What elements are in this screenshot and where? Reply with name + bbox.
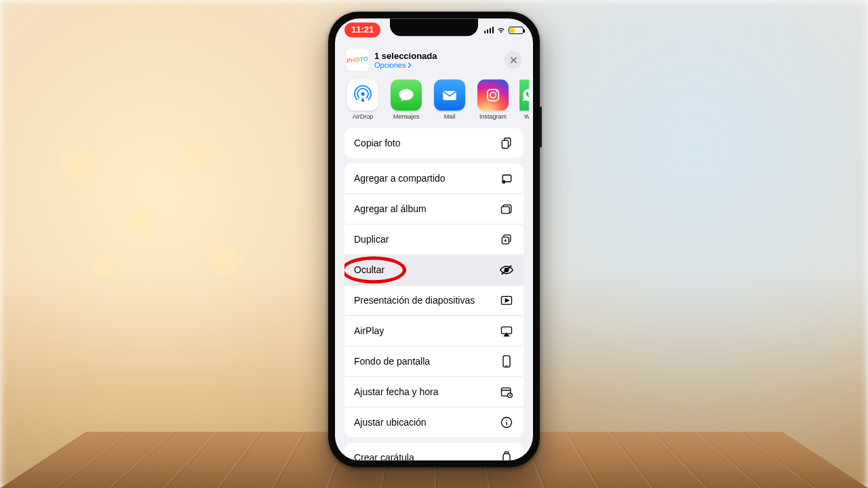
action-add-to-shared[interactable]: Agregar a compartido — [344, 163, 524, 194]
bokeh-light — [203, 237, 248, 281]
iphone-icon — [499, 354, 514, 369]
status-indicators — [484, 26, 524, 34]
eye-slash-icon — [499, 262, 514, 277]
action-label: Fondo de pantalla — [354, 356, 430, 367]
action-label: Ocultar — [354, 264, 384, 275]
action-label: Crear carátula — [354, 452, 414, 460]
airplay-icon — [499, 323, 514, 338]
svg-point-4 — [496, 91, 497, 92]
chevron-right-icon — [407, 62, 412, 68]
whatsapp-icon — [519, 79, 529, 110]
calendar-clock-icon — [499, 384, 514, 399]
duplicate-icon — [499, 232, 514, 247]
action-copy-photo[interactable]: Copiar foto — [344, 128, 524, 158]
info-icon — [499, 415, 514, 430]
action-wallpaper[interactable]: Fondo de pantalla — [344, 346, 524, 377]
share-app-row[interactable]: AirDrop Mensajes Mail — [339, 77, 529, 123]
watch-icon — [499, 450, 514, 460]
action-label: Duplicar — [354, 234, 389, 245]
action-group-1: Copiar foto — [344, 128, 524, 158]
share-app-instagram[interactable]: Instagram — [476, 79, 510, 120]
share-app-whatsapp[interactable]: Wh — [519, 79, 529, 120]
action-groups: Copiar foto Agregar a compartido — [339, 123, 529, 460]
messages-icon — [391, 79, 422, 110]
shared-album-icon — [499, 171, 514, 186]
action-add-to-album[interactable]: Agregar al álbum — [344, 194, 524, 224]
share-app-airdrop[interactable]: AirDrop — [346, 79, 380, 120]
svg-rect-11 — [502, 207, 510, 214]
action-label: Presentación de diapositivas — [354, 295, 475, 306]
bokeh-light — [122, 203, 159, 241]
share-app-mail[interactable]: Mail — [433, 79, 467, 120]
svg-point-0 — [361, 92, 364, 96]
bokeh-light — [176, 136, 217, 176]
svg-point-3 — [490, 92, 496, 98]
svg-rect-26 — [503, 453, 510, 460]
app-label: Wh — [524, 113, 529, 120]
svg-rect-18 — [503, 356, 510, 367]
action-create-watch-face[interactable]: Crear carátula — [344, 443, 524, 460]
action-slideshow[interactable]: Presentación de diapositivas — [344, 285, 524, 316]
action-adjust-date[interactable]: Ajustar fecha y hora — [344, 377, 524, 407]
close-button[interactable] — [505, 51, 522, 68]
copy-icon — [499, 136, 514, 150]
action-label: Agregar al álbum — [354, 203, 427, 214]
selection-count-label: 1 seleccionada — [374, 51, 437, 61]
notch — [390, 18, 478, 36]
play-rect-icon — [499, 293, 514, 308]
bokeh-light — [54, 142, 102, 190]
airdrop-icon — [347, 79, 378, 110]
battery-icon — [509, 26, 524, 34]
share-sheet: PHOTO 1 seleccionada Opciones — [339, 41, 529, 460]
action-duplicate[interactable]: Duplicar — [344, 224, 524, 255]
phone-frame: 11:21 PHOTO 1 seleccionada Opciones — [328, 12, 540, 467]
action-label: Copiar foto — [354, 138, 400, 148]
action-label: AirPlay — [354, 325, 384, 336]
instagram-icon — [477, 79, 509, 110]
svg-rect-6 — [502, 140, 508, 148]
cellular-icon — [484, 26, 494, 33]
status-time-recording-pill: 11:21 — [344, 22, 380, 37]
action-group-3: Crear carátula Guardar en Archivos — [344, 443, 524, 460]
share-app-messages[interactable]: Mensajes — [389, 79, 423, 120]
action-adjust-location[interactable]: Ajustar ubicación — [344, 407, 524, 437]
action-group-2: Agregar a compartido Agregar al álbum Du… — [344, 163, 524, 437]
action-label: Ajustar fecha y hora — [354, 386, 439, 397]
action-label: Ajustar ubicación — [354, 417, 427, 428]
svg-point-25 — [506, 420, 507, 421]
share-sheet-header: PHOTO 1 seleccionada Opciones — [339, 41, 529, 77]
app-label: Instagram — [479, 113, 507, 120]
action-label: Agregar a compartido — [354, 173, 446, 184]
options-link[interactable]: Opciones — [374, 61, 437, 69]
close-icon — [510, 56, 517, 64]
app-label: Mail — [444, 113, 456, 120]
mail-icon — [434, 79, 465, 110]
svg-point-9 — [503, 181, 505, 182]
app-label: AirDrop — [353, 113, 374, 120]
phone-screen: 11:21 PHOTO 1 seleccionada Opciones — [335, 18, 533, 460]
action-airplay[interactable]: AirPlay — [344, 316, 524, 346]
album-icon — [499, 201, 514, 216]
action-hide[interactable]: Ocultar — [344, 255, 524, 285]
app-label: Mensajes — [393, 113, 420, 120]
selection-thumbnail: PHOTO — [346, 48, 369, 71]
bokeh-light — [88, 251, 122, 285]
wifi-icon — [496, 26, 506, 33]
